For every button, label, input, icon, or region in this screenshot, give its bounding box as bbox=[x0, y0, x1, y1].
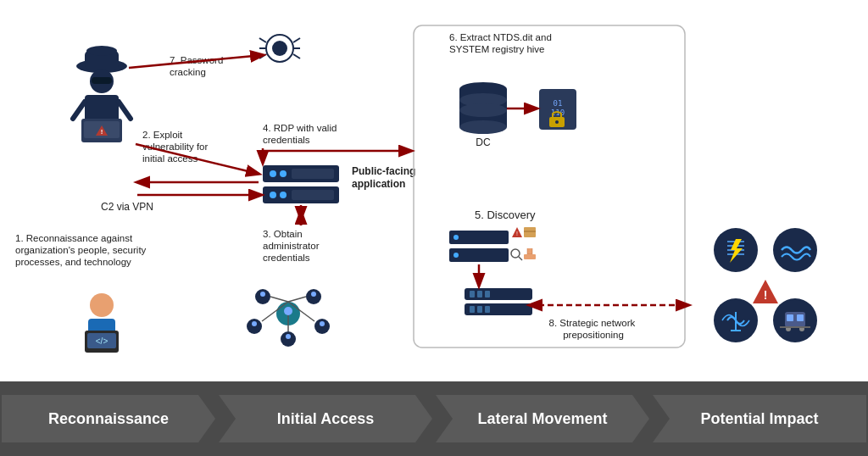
svg-text:3. Obtain
    administrator
  : 3. Obtain administrator credentials bbox=[263, 229, 322, 263]
svg-point-73 bbox=[555, 120, 559, 124]
svg-rect-77 bbox=[470, 291, 475, 298]
svg-point-34 bbox=[284, 307, 292, 315]
svg-text:1. Reconnaissance against
    : 1. Reconnaissance against organization's… bbox=[15, 233, 149, 267]
svg-point-37 bbox=[280, 170, 287, 177]
phase-potential-impact: Potential Impact bbox=[653, 395, 866, 442]
svg-text:!: ! bbox=[516, 231, 518, 236]
phase-lateral-movement-label: Lateral Movement bbox=[477, 410, 607, 428]
svg-point-30 bbox=[311, 292, 316, 297]
svg-line-25 bbox=[288, 297, 306, 302]
svg-rect-49 bbox=[414, 25, 685, 348]
svg-text:!: ! bbox=[764, 288, 768, 302]
svg-text:6. Extract NTDS.dit and
    SY: 6. Extract NTDS.dit and SYSTEM registry … bbox=[449, 32, 554, 54]
phase-lateral-movement: Lateral Movement bbox=[436, 395, 649, 442]
svg-line-24 bbox=[270, 297, 288, 302]
svg-point-41 bbox=[280, 192, 287, 198]
phase-initial-access: Initial Access bbox=[219, 395, 432, 442]
svg-point-64 bbox=[459, 120, 507, 134]
svg-line-91 bbox=[293, 54, 300, 58]
svg-point-54 bbox=[453, 253, 459, 258]
svg-text:application: application bbox=[352, 178, 405, 190]
svg-rect-119 bbox=[787, 314, 793, 321]
svg-rect-61 bbox=[524, 254, 536, 259]
svg-point-111 bbox=[773, 228, 817, 272]
svg-line-11 bbox=[119, 102, 131, 119]
phase-initial-access-label: Initial Access bbox=[277, 410, 374, 428]
svg-rect-4 bbox=[92, 77, 112, 84]
phase-recon-label: Reconnaissance bbox=[48, 410, 169, 428]
svg-text:DC: DC bbox=[476, 136, 491, 148]
phase-potential-impact-label: Potential Impact bbox=[700, 410, 818, 428]
phase-recon: Reconnaissance bbox=[2, 395, 215, 442]
svg-point-85 bbox=[272, 41, 287, 56]
svg-text:8. Strategic network
    prepo: 8. Strategic network prepositioning bbox=[549, 318, 638, 340]
svg-rect-57 bbox=[524, 227, 536, 237]
svg-line-10 bbox=[73, 102, 85, 119]
svg-text:01: 01 bbox=[554, 99, 563, 108]
svg-rect-120 bbox=[797, 314, 804, 321]
svg-rect-42 bbox=[292, 190, 334, 200]
svg-rect-79 bbox=[485, 291, 490, 298]
svg-text:C2 via VPN: C2 via VPN bbox=[101, 201, 153, 213]
svg-line-60 bbox=[519, 257, 522, 260]
svg-point-2 bbox=[86, 46, 117, 56]
svg-line-86 bbox=[259, 38, 266, 42]
svg-point-40 bbox=[270, 192, 276, 198]
svg-point-59 bbox=[511, 249, 520, 258]
svg-point-31 bbox=[252, 321, 257, 326]
svg-point-36 bbox=[270, 170, 276, 177]
svg-rect-80 bbox=[470, 306, 475, 313]
svg-rect-81 bbox=[477, 306, 482, 313]
svg-rect-82 bbox=[485, 306, 490, 313]
diagram-area: ! 1. Reconnaissance against organization… bbox=[0, 0, 868, 381]
svg-text:!: ! bbox=[101, 128, 103, 136]
svg-text:5. Discovery: 5. Discovery bbox=[475, 209, 536, 221]
svg-text:</>: </> bbox=[96, 336, 108, 346]
svg-line-89 bbox=[293, 38, 300, 42]
svg-rect-5 bbox=[85, 95, 119, 122]
svg-point-66 bbox=[459, 103, 507, 117]
phase-bar: Reconnaissance Initial Access Lateral Mo… bbox=[0, 381, 868, 456]
svg-text:Public-facing: Public-facing bbox=[352, 165, 415, 177]
svg-text:4. RDP with valid
    credenti: 4. RDP with valid credentials bbox=[263, 123, 340, 145]
svg-point-53 bbox=[453, 235, 459, 240]
svg-point-13 bbox=[90, 293, 114, 317]
svg-point-33 bbox=[286, 334, 291, 339]
svg-rect-78 bbox=[477, 291, 482, 298]
svg-rect-38 bbox=[292, 169, 334, 179]
svg-point-32 bbox=[320, 321, 325, 326]
svg-point-29 bbox=[260, 292, 265, 297]
svg-text:2. Exploit
    vulnerability f: 2. Exploit vulnerability for initial acc… bbox=[142, 130, 211, 164]
